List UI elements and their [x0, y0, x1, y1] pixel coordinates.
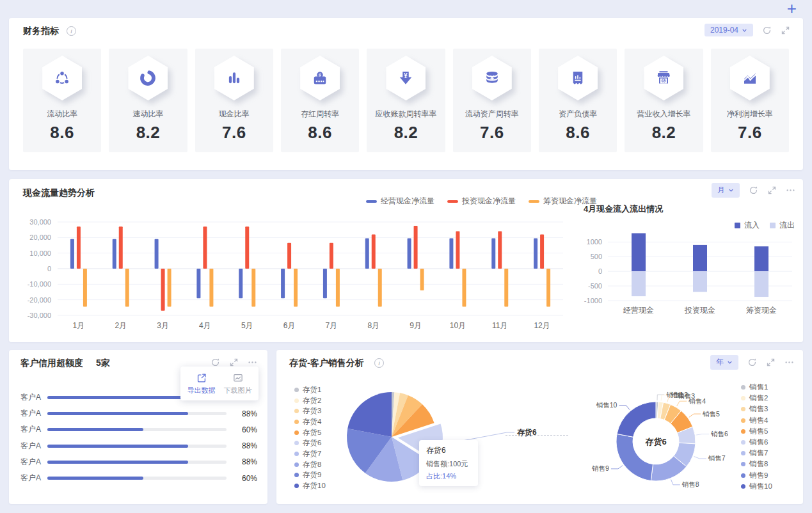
info-icon[interactable]	[374, 358, 384, 368]
trend-bar[interactable]	[70, 239, 74, 269]
credit-bar[interactable]	[47, 445, 227, 448]
credit-bar[interactable]	[47, 461, 227, 464]
inflow-bar[interactable]	[632, 233, 646, 272]
more-icon[interactable]	[784, 358, 794, 367]
legend-item[interactable]: 存货7	[294, 448, 326, 459]
legend-swatch	[294, 484, 299, 488]
outflow-bar[interactable]	[754, 271, 768, 297]
metric-card[interactable]: 资产负债率8.6	[539, 49, 617, 152]
trend-bar[interactable]	[420, 269, 424, 290]
download-image-menu-item[interactable]: 下载图片	[219, 372, 256, 395]
trend-bar[interactable]	[365, 239, 369, 269]
date-filter-dropdown[interactable]: 2019-04	[705, 24, 753, 36]
legend-item[interactable]: 销售7	[741, 448, 772, 459]
trend-bar[interactable]	[414, 226, 418, 269]
donut-slice[interactable]	[617, 402, 656, 437]
legend-item[interactable]: 销售5	[741, 426, 772, 437]
trend-bar[interactable]	[203, 226, 207, 269]
trend-bar[interactable]	[540, 234, 544, 269]
legend-item[interactable]: 存货3	[294, 406, 326, 416]
refresh-icon[interactable]	[747, 358, 757, 367]
metric-card[interactable]: ¥应收账款周转率率8.2	[367, 49, 445, 152]
trend-bar[interactable]	[281, 269, 285, 298]
trend-bar[interactable]	[534, 239, 537, 269]
trend-bar[interactable]	[161, 269, 165, 311]
trend-bar[interactable]	[372, 234, 376, 269]
credit-bar[interactable]	[47, 428, 227, 431]
inflow-bar[interactable]	[693, 245, 707, 271]
credit-bar[interactable]	[47, 477, 227, 480]
legend-item[interactable]: 经营现金净流量	[366, 196, 434, 207]
legend-item[interactable]: 存货8	[294, 459, 326, 470]
trend-bar[interactable]	[251, 269, 255, 307]
inflow-bar[interactable]	[754, 246, 768, 271]
trend-bar[interactable]	[330, 243, 333, 269]
trend-bar[interactable]	[336, 269, 340, 307]
metric-card[interactable]: 速动比率8.2	[109, 49, 187, 152]
metric-card[interactable]: $营业收入增长率8.2	[625, 49, 703, 152]
refresh-icon[interactable]	[211, 358, 220, 367]
legend-item[interactable]: 销售2	[741, 393, 772, 404]
expand-icon[interactable]	[767, 185, 777, 195]
trend-bar[interactable]	[119, 226, 123, 269]
refresh-icon[interactable]	[762, 26, 772, 35]
trend-bar[interactable]	[168, 269, 171, 307]
metric-card[interactable]: 净利润增长率7.6	[711, 49, 789, 152]
trend-bar[interactable]	[456, 232, 459, 269]
trend-bar[interactable]	[287, 243, 291, 269]
expand-icon[interactable]	[229, 358, 239, 367]
trend-bar[interactable]	[77, 226, 81, 269]
expand-icon[interactable]	[766, 358, 776, 367]
trend-bar[interactable]	[378, 269, 382, 307]
period-filter-dropdown[interactable]: 月	[712, 183, 740, 198]
info-icon[interactable]	[67, 26, 76, 36]
trend-bar[interactable]	[125, 269, 129, 307]
outflow-bar[interactable]	[693, 271, 707, 292]
legend-item[interactable]: 存货10	[294, 480, 326, 491]
trend-bar[interactable]	[209, 269, 213, 307]
legend-item[interactable]: 销售10	[741, 481, 772, 492]
legend-item[interactable]: 销售8	[741, 459, 772, 470]
expand-icon[interactable]	[781, 26, 790, 35]
legend-item[interactable]: 存货2	[294, 395, 326, 406]
add-widget-button[interactable]: +	[787, 0, 797, 18]
legend-item[interactable]: 存货5	[294, 427, 326, 438]
legend-swatch	[741, 473, 745, 478]
metric-card[interactable]: 流动比率8.6	[23, 49, 101, 152]
legend-item[interactable]: 销售4	[741, 415, 772, 426]
legend-item[interactable]: 存货6	[294, 438, 326, 448]
legend-item[interactable]: 存货9	[294, 470, 326, 481]
trend-bar[interactable]	[239, 269, 243, 298]
trend-bar[interactable]	[546, 269, 550, 307]
refresh-icon[interactable]	[749, 185, 758, 195]
metric-card[interactable]: ¥流动资产周转率7.6	[453, 49, 531, 152]
trend-bar[interactable]	[462, 269, 466, 307]
trend-bar[interactable]	[504, 269, 508, 307]
credit-bar[interactable]	[47, 412, 227, 415]
legend-item[interactable]: 销售1	[741, 382, 772, 393]
more-icon[interactable]	[248, 358, 257, 367]
legend-item[interactable]: 存货4	[294, 416, 326, 427]
metric-card[interactable]: 现金比率7.6	[195, 49, 273, 152]
trend-bar[interactable]	[498, 232, 502, 269]
trend-bar[interactable]	[491, 239, 495, 269]
trend-bar[interactable]	[294, 269, 298, 307]
trend-bar[interactable]	[83, 269, 87, 307]
legend-item[interactable]: 投资现金净流量	[447, 196, 516, 207]
trend-bar[interactable]	[408, 239, 411, 269]
legend-item[interactable]: 销售9	[741, 470, 772, 481]
trend-bar[interactable]	[196, 269, 200, 298]
trend-bar[interactable]	[449, 239, 453, 269]
trend-bar[interactable]	[245, 226, 249, 269]
legend-item[interactable]: 销售3	[741, 404, 772, 414]
year-filter-dropdown[interactable]: 年	[710, 355, 738, 370]
legend-item[interactable]: 存货1	[294, 384, 326, 395]
export-data-menu-item[interactable]: 导出数据	[183, 372, 219, 395]
trend-bar[interactable]	[155, 239, 159, 269]
trend-bar[interactable]	[113, 239, 116, 269]
outflow-bar[interactable]	[632, 271, 646, 296]
more-icon[interactable]	[786, 185, 795, 195]
metric-card[interactable]: $存红周转率8.6	[281, 49, 359, 152]
legend-item[interactable]: 销售6	[741, 437, 772, 448]
trend-bar[interactable]	[323, 269, 327, 298]
